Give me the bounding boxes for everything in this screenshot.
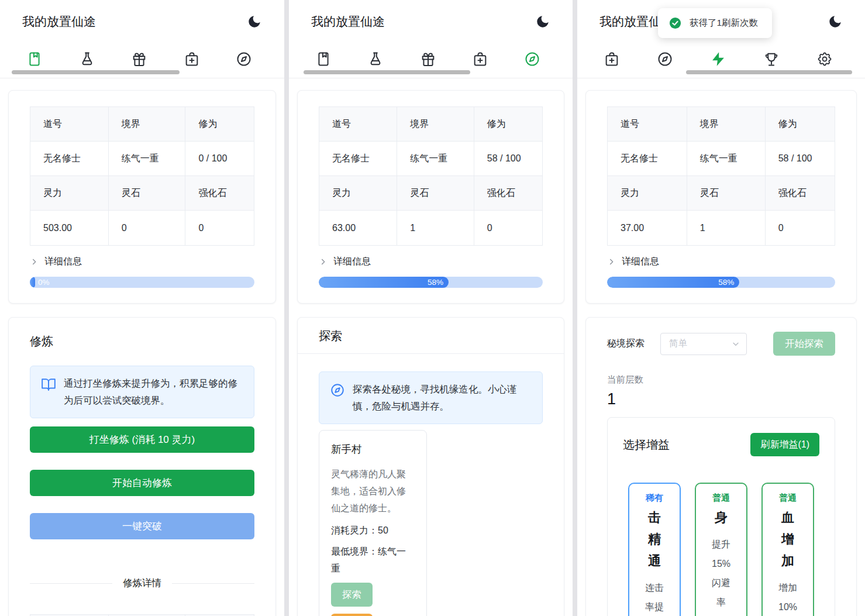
buff-name: 身: [698, 507, 744, 528]
progress-fill: [30, 277, 35, 288]
stat-value: 无名修士: [608, 142, 687, 176]
divider-label-text: 修炼详情: [123, 577, 161, 590]
tab-explore[interactable]: [656, 50, 674, 68]
tab-alchemy[interactable]: [78, 50, 96, 68]
tab-explore[interactable]: [523, 50, 541, 68]
refresh-buffs-button[interactable]: 刷新增益(1): [750, 433, 819, 456]
gift-icon: [131, 51, 147, 67]
stats-table: 道号 境界 修为 无名修士 练气一重 0 / 100 灵力 灵石 强化石 503…: [30, 106, 254, 246]
difficulty-select[interactable]: 简单: [660, 333, 747, 355]
buff-name: 血 增 加: [765, 507, 811, 572]
stat-header: 境界: [687, 107, 766, 142]
buff-description: 增加 10%: [765, 578, 811, 616]
buff-rarity-badge: 普通: [698, 493, 744, 504]
progress-fill: 58%: [319, 277, 449, 288]
tab-items[interactable]: [603, 50, 621, 68]
tab-scrollbar-thumb[interactable]: [12, 70, 180, 74]
stats-table: 道号 境界 修为 无名修士 练气一重 58 / 100 灵力 灵石 强化石 37…: [607, 106, 835, 246]
location-name: 新手村: [331, 442, 415, 456]
chevron-down-icon: [731, 339, 740, 349]
secondary-action-button[interactable]: [331, 614, 373, 616]
toast-notification: 获得了1刷新次数: [658, 8, 772, 38]
section-title: 秘境探索: [607, 338, 645, 350]
stat-header: 灵石: [109, 176, 186, 211]
dark-mode-toggle[interactable]: [826, 13, 844, 30]
stat-value: 1: [397, 211, 474, 245]
start-explore-button[interactable]: 开始探索: [773, 332, 835, 356]
location-cost: 消耗灵力：50: [331, 525, 415, 537]
stats-card: 道号 境界 修为 无名修士 练气一重 58 / 100 灵力 灵石 强化石 63…: [297, 90, 564, 304]
tab-items[interactable]: [471, 50, 489, 68]
stats-card: 道号 境界 修为 无名修士 练气一重 58 / 100 灵力 灵石 强化石 37…: [585, 90, 857, 304]
stat-header: 道号: [30, 107, 109, 142]
app-header: 我的放置仙途: [0, 0, 284, 43]
stat-header: 强化石: [474, 176, 542, 211]
explore-button[interactable]: 探索: [331, 583, 373, 607]
stat-value: 58 / 100: [766, 142, 835, 176]
stat-header: 修为: [185, 107, 254, 142]
divider-line: [172, 583, 254, 584]
stat-value: 练气一重: [109, 142, 186, 176]
buff-card-common[interactable]: 普通 身 提升 15% 闪避 率: [695, 483, 747, 616]
tab-items[interactable]: [183, 50, 201, 68]
tab-explore[interactable]: [235, 50, 253, 68]
stat-header: 道号: [319, 107, 397, 142]
details-label: 详细信息: [333, 256, 371, 268]
details-label: 详细信息: [622, 256, 659, 268]
breakthrough-button[interactable]: 一键突破: [30, 513, 254, 539]
cultivation-section: 修炼 通过打坐修炼来提升修为，积累足够的修为后可以尝试突破境界。 打坐修炼 (消…: [8, 317, 276, 616]
tab-scrollbar-thumb[interactable]: [304, 70, 470, 74]
firstaid-icon: [604, 51, 620, 67]
stat-header: 境界: [397, 107, 474, 142]
tab-achievements[interactable]: [763, 50, 780, 68]
tab-bar: [0, 43, 284, 68]
section-title: 探索: [298, 318, 564, 354]
tab-settings[interactable]: [816, 50, 833, 68]
tab-alchemy[interactable]: [367, 50, 384, 68]
stat-header: 道号: [608, 107, 687, 142]
tab-journal[interactable]: [26, 50, 43, 68]
moon-icon: [247, 14, 262, 29]
app-title: 我的放置仙途: [311, 13, 385, 30]
buff-card-row: 稀有 击 精 通 连击 率提 普通 身 提升 15% 闪避 率 普通 血 增 加…: [623, 483, 819, 616]
progress-label: 58%: [428, 278, 443, 287]
compass-icon: [330, 381, 345, 415]
dark-mode-toggle[interactable]: [534, 13, 552, 30]
stat-header: 灵石: [397, 176, 474, 211]
tabbar-divider: [0, 78, 284, 78]
stat-value: 0 / 100: [185, 142, 254, 176]
stat-value: 503.00: [30, 211, 109, 245]
flask-icon: [367, 51, 384, 67]
stat-header: 修为: [474, 107, 542, 142]
dark-mode-toggle[interactable]: [246, 13, 263, 30]
tab-secret-realm[interactable]: [709, 50, 727, 68]
tab-rewards[interactable]: [130, 50, 148, 68]
journal-icon: [315, 51, 332, 67]
stat-value: 63.00: [319, 211, 397, 245]
progress-fill: 58%: [607, 277, 739, 288]
tab-rewards[interactable]: [419, 50, 437, 68]
tab-scrollbar: [577, 70, 865, 74]
meditate-button[interactable]: 打坐修炼 (消耗 10 灵力): [30, 426, 254, 453]
details-toggle[interactable]: 详细信息: [319, 256, 371, 268]
explore-body: 探索各处秘境，寻找机缘造化。小心谨慎，危险与机遇并存。 新手村 灵气稀薄的凡人聚…: [298, 354, 564, 616]
moon-icon: [828, 14, 843, 29]
details-label: 详细信息: [44, 256, 82, 268]
open-book-icon: [41, 375, 56, 409]
buff-card-common[interactable]: 普通 血 增 加 增加 10%: [761, 483, 814, 616]
details-toggle[interactable]: 详细信息: [30, 256, 82, 268]
tabbar-divider: [577, 78, 865, 78]
location-card: 新手村 灵气稀薄的凡人聚集地，适合初入修仙之道的修士。 消耗灵力：50 最低境界…: [319, 430, 427, 616]
stat-value: 37.00: [608, 211, 687, 245]
tab-journal[interactable]: [315, 50, 332, 68]
tab-scrollbar: [289, 70, 573, 74]
stat-header: 灵力: [30, 176, 109, 211]
realm-controls: 秘境探索 简单 开始探索: [607, 332, 835, 356]
info-text: 探索各处秘境，寻找机缘造化。小心谨慎，危险与机遇并存。: [353, 381, 532, 415]
auto-cultivate-button[interactable]: 开始自动修炼: [30, 470, 254, 496]
stat-header: 强化石: [185, 176, 254, 211]
buff-card-rare[interactable]: 稀有 击 精 通 连击 率提: [628, 483, 681, 616]
details-toggle[interactable]: 详细信息: [607, 256, 659, 268]
tab-scrollbar-thumb[interactable]: [686, 70, 852, 74]
stat-value: 0: [185, 211, 254, 245]
